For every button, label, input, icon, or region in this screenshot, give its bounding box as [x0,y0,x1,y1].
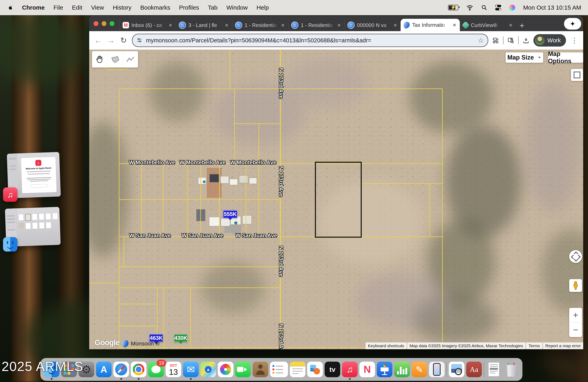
dock-tv-icon[interactable]: tv [325,362,340,377]
price-marker-555k[interactable]: 555K [223,210,237,218]
tab-close-icon[interactable]: × [452,21,457,28]
tab-close-icon[interactable]: × [508,22,513,29]
map-size-button[interactable]: Map Size [505,52,543,63]
address-bar[interactable]: mymonsoon.com/Parcel/Details?pin=5063909… [132,34,488,47]
dock-trash-icon[interactable] [504,362,519,377]
street-view-pegman[interactable] [569,279,582,292]
dock-messages-icon[interactable]: 19 [148,362,164,377]
dock-dictionary-icon[interactable]: Aa [466,362,482,377]
downloads-icon[interactable] [523,37,529,44]
tab-residential-1[interactable]: ⌂ 1 - Residentia × [232,19,288,31]
dock-numbers-icon[interactable] [394,362,410,377]
dock-notes-icon[interactable] [290,362,305,377]
tab-close-icon[interactable]: × [393,22,398,29]
menu-item-file[interactable]: File [53,4,63,11]
street-label-n173: N 173rd Ave [278,68,284,99]
zoom-window-button[interactable] [110,21,114,26]
map-data-text: Map data ©2025 Imagery ©2025 Airbus, Max… [407,343,525,349]
google-logo[interactable]: Google [95,339,120,347]
minimize-window-button[interactable] [102,21,106,26]
reload-button[interactable]: ↻ [119,36,128,45]
dock-news-icon[interactable]: N [359,362,375,377]
dock-chrome-icon[interactable] [131,362,147,377]
tab-close-icon[interactable]: × [168,22,173,29]
extensions-icon[interactable] [492,37,499,44]
zoom-out-button[interactable]: − [569,323,582,337]
apple-menu-icon[interactable] [8,5,13,11]
menu-item-view[interactable]: View [91,4,104,11]
dock-keynote-icon[interactable] [377,362,392,377]
tab-residential-2[interactable]: ⌂ 1 - Residentia × [288,19,344,31]
bookmark-star-icon[interactable]: ☆ [478,36,483,44]
tab-curbview[interactable]: CurbView® × [460,19,516,31]
url-text[interactable]: mymonsoon.com/Parcel/Details?pin=5063909… [146,37,474,44]
toolbar-separator [503,36,504,44]
tab-close-icon[interactable]: × [224,22,229,29]
pan-hand-tool[interactable] [92,51,107,68]
report-map-error-link[interactable]: Report a map error [543,343,583,349]
music-app-icon: ♪ [35,160,42,166]
dock-calendar-icon[interactable]: OCT 13 [166,362,181,377]
dock-music-icon[interactable]: ♫ [342,362,357,377]
profile-button[interactable]: Work [533,34,566,47]
tab-parcel-listing[interactable]: ⌂ 000000 N va × [344,19,400,31]
battery-icon[interactable]: ⚡ [448,5,458,10]
music-window-title: Welcome to Apple Music [21,166,56,170]
menu-item-bookmarks[interactable]: Bookmarks [140,4,170,11]
dock-app-store-icon[interactable]: A [96,362,112,377]
dock-maps-icon[interactable]: ▲ [200,362,216,377]
zoom-control: + − [569,308,582,337]
map-options-button[interactable]: Map Options [548,52,583,63]
menu-item-help[interactable]: Help [256,4,269,11]
back-button[interactable]: ← [94,36,102,45]
tab-inbox[interactable]: M Inbox (6) - ca × [120,19,176,31]
dock-pages-icon[interactable]: ✎ [412,362,427,377]
tab-land-search[interactable]: ⌂ 3 - Land | fle × [176,19,232,31]
price-marker-430k[interactable]: 430K [174,334,188,342]
map-pan-control[interactable] [569,250,582,263]
gmail-icon: M [123,22,129,28]
page-search-icon[interactable] [507,37,514,44]
draw-line-tool[interactable] [123,51,138,68]
dock-mail-icon[interactable]: ✉ [183,362,199,377]
wifi-icon[interactable] [466,4,473,11]
terms-link[interactable]: Terms [526,343,542,349]
dock-photos-icon[interactable] [218,362,233,377]
menu-clock[interactable]: Mon Oct 13 10:15 AM [523,4,581,11]
zoom-in-button[interactable]: + [569,308,582,322]
dock-safari-icon[interactable] [113,362,129,377]
dock-iphone-mirroring-icon[interactable] [429,362,445,377]
control-center-icon[interactable] [495,5,501,10]
sparkle-button[interactable]: ✦ [564,18,581,30]
dock-contacts-icon[interactable] [252,362,268,377]
menu-item-edit[interactable]: Edit [72,4,83,11]
menu-item-tab[interactable]: Tab [208,4,217,11]
chrome-window: M Inbox (6) - ca × ⌂ 3 - Land | fle × ⌂ … [89,16,583,349]
finder-dock-badge-icon[interactable] [3,237,17,251]
draw-polygon-tool[interactable] [107,51,123,68]
siri-icon[interactable] [509,5,515,11]
parcel-map[interactable]: W Montebello Ave W Montebello Ave W Mont… [89,50,583,349]
music-dock-badge-icon[interactable]: ♫ [3,187,17,202]
menu-item-window[interactable]: Window [226,4,248,11]
dock-freeform-icon[interactable]: ≈ [307,362,323,377]
chrome-menu-icon[interactable]: ⋮ [570,36,579,44]
tab-close-icon[interactable]: × [336,22,342,29]
new-tab-button[interactable]: + [520,21,524,30]
forward-button[interactable]: → [106,36,115,45]
fullscreen-button[interactable] [571,69,583,81]
keyboard-shortcuts-link[interactable]: Keyboard shortcuts [366,343,407,349]
dock-preview-icon[interactable] [449,362,464,377]
dock-facetime-icon[interactable] [235,362,251,377]
menu-app-name[interactable]: Chrome [22,4,45,11]
dock-recent-document-icon[interactable] [486,362,502,377]
spotlight-search-icon[interactable] [481,5,487,11]
site-settings-icon[interactable] [136,37,142,43]
menu-item-history[interactable]: History [113,4,131,11]
dock-reminders-icon[interactable] [270,362,288,377]
tab-close-icon[interactable]: × [280,22,285,29]
map-size-label: Map Size [507,54,534,61]
menu-item-profiles[interactable]: Profiles [179,4,199,11]
close-window-button[interactable] [94,21,98,26]
tab-tax-information[interactable]: Tax Informatio × [400,19,460,31]
